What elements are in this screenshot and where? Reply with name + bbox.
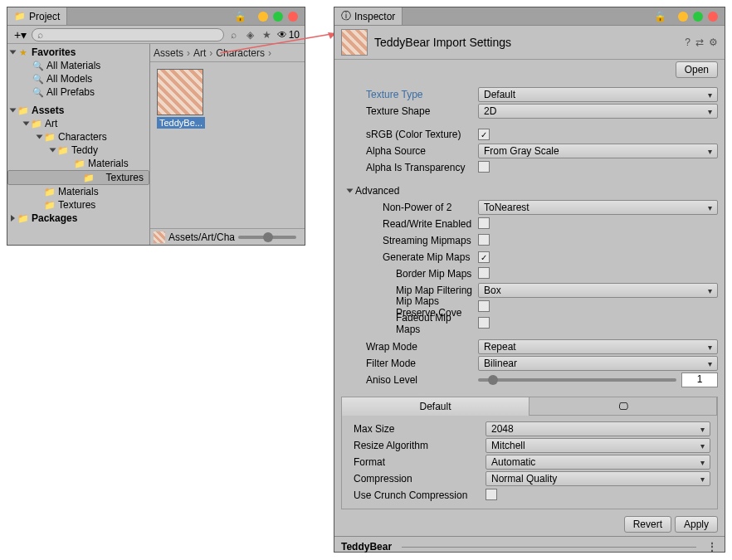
bc-art[interactable]: Art bbox=[193, 47, 206, 59]
window-maximize-icon[interactable] bbox=[273, 12, 283, 22]
teddy-textures[interactable]: 📁Textures bbox=[7, 170, 149, 185]
crunch-label: Use Crunch Compression bbox=[349, 489, 486, 501]
help-icon[interactable]: ? bbox=[685, 37, 691, 48]
advanced-label: Advanced bbox=[355, 185, 399, 197]
texture-shape-select[interactable]: 2D▾ bbox=[478, 104, 718, 119]
assets-textures[interactable]: 📁Textures bbox=[7, 198, 149, 212]
apply-row: Revert Apply bbox=[334, 513, 725, 536]
genmip-checkbox[interactable] bbox=[478, 251, 490, 263]
npot-select[interactable]: ToNearest▾ bbox=[478, 200, 718, 215]
thumb-label: TeddyBe... bbox=[157, 117, 205, 129]
preset-icon[interactable]: ⇄ bbox=[695, 37, 704, 48]
platform-tab-standalone[interactable]: 🖵 bbox=[529, 397, 717, 416]
window-close-icon[interactable] bbox=[708, 12, 718, 22]
window-dots bbox=[251, 7, 305, 25]
visible-toggle[interactable]: 👁 10 bbox=[277, 29, 300, 41]
format-select[interactable]: Automatic▾ bbox=[486, 455, 710, 470]
wrap-label: Wrap Mode bbox=[341, 341, 478, 353]
lock-icon[interactable]: 🔒 bbox=[654, 11, 666, 22]
mipfilter-select[interactable]: Box▾ bbox=[478, 283, 718, 298]
maxsize-select[interactable]: 2048▾ bbox=[486, 421, 710, 436]
create-button[interactable]: +▾ bbox=[12, 29, 28, 41]
resize-select[interactable]: Mitchell▾ bbox=[486, 438, 710, 453]
monitor-icon: 🖵 bbox=[618, 401, 628, 412]
open-button[interactable]: Open bbox=[676, 61, 718, 78]
assets-materials[interactable]: 📁Materials bbox=[7, 185, 149, 198]
texture-thumbnail-icon bbox=[154, 231, 165, 243]
stream-label: Streaming Mipmaps bbox=[341, 235, 478, 246]
revert-button[interactable]: Revert bbox=[624, 516, 671, 533]
texture-shape-label: Texture Shape bbox=[341, 105, 478, 117]
favorites-node[interactable]: ★Favorites bbox=[7, 46, 149, 59]
assets-label: Assets bbox=[32, 105, 64, 116]
texture-fields: Texture TypeDefault▾ Texture Shape2D▾ sR… bbox=[334, 83, 725, 392]
format-label: Format bbox=[349, 456, 486, 468]
folder-icon: 📁 bbox=[74, 158, 85, 169]
gear-icon[interactable]: ⚙ bbox=[709, 37, 718, 48]
tree-label: Textures bbox=[58, 199, 95, 211]
tree-label: Art bbox=[45, 118, 57, 129]
mippreserve-checkbox[interactable] bbox=[478, 300, 490, 312]
aniso-label: Aniso Level bbox=[341, 374, 478, 386]
plat-default-label: Default bbox=[419, 401, 451, 412]
art-node[interactable]: 📁Art bbox=[7, 117, 149, 130]
rw-checkbox[interactable] bbox=[478, 217, 490, 229]
texture-type-select[interactable]: Default▾ bbox=[478, 87, 718, 102]
chevron-down-icon: ▾ bbox=[700, 425, 705, 434]
bc-characters[interactable]: Characters bbox=[216, 47, 265, 59]
project-tab[interactable]: 📁 Project bbox=[7, 7, 67, 25]
fav-item-label: All Materials bbox=[46, 60, 100, 71]
aniso-value[interactable]: 1 bbox=[681, 373, 718, 387]
compression-select[interactable]: Normal Quality▾ bbox=[486, 471, 710, 486]
fav-materials[interactable]: 🔍All Materials bbox=[7, 59, 149, 72]
search-icon: 🔍 bbox=[32, 74, 44, 85]
bordermip-checkbox[interactable] bbox=[478, 267, 490, 279]
window-close-icon[interactable] bbox=[288, 12, 298, 22]
packages-node[interactable]: 📁Packages bbox=[7, 212, 149, 225]
tree-label: Materials bbox=[58, 186, 99, 197]
filter-icon[interactable]: ⌕ bbox=[227, 29, 241, 41]
assets-node[interactable]: 📁Assets bbox=[7, 104, 149, 117]
npot-label: Non-Power of 2 bbox=[341, 202, 478, 213]
search-input[interactable] bbox=[32, 28, 223, 41]
alpha-trans-checkbox[interactable] bbox=[478, 161, 490, 173]
lock-icon[interactable]: 🔒 bbox=[234, 11, 246, 22]
apply-button[interactable]: Apply bbox=[675, 516, 718, 533]
label-icon[interactable]: ◈ bbox=[244, 29, 257, 41]
teddy-node[interactable]: 📁Teddy bbox=[7, 144, 149, 157]
thumb-size-slider[interactable] bbox=[238, 236, 296, 239]
crunch-checkbox[interactable] bbox=[486, 489, 497, 500]
filter-select[interactable]: Bilinear▾ bbox=[478, 356, 718, 371]
stream-checkbox[interactable] bbox=[478, 234, 490, 246]
breadcrumb: Assets› Art› Characters› bbox=[150, 44, 305, 62]
alpha-source-select[interactable]: From Gray Scale▾ bbox=[478, 144, 718, 158]
characters-node[interactable]: 📁Characters bbox=[7, 130, 149, 144]
chevron-down-icon: ▾ bbox=[708, 90, 712, 100]
platform-tab-default[interactable]: Default bbox=[342, 397, 529, 416]
aniso-slider[interactable] bbox=[478, 378, 676, 382]
fav-prefabs[interactable]: 🔍All Prefabs bbox=[7, 85, 149, 99]
eye-icon: 👁 bbox=[277, 29, 287, 41]
bc-assets[interactable]: Assets bbox=[154, 47, 183, 59]
fadeout-checkbox[interactable] bbox=[478, 317, 490, 329]
window-minimize-icon[interactable] bbox=[258, 12, 268, 22]
asset-thumb[interactable]: TeddyBe... bbox=[157, 69, 205, 129]
window-minimize-icon[interactable] bbox=[678, 12, 688, 22]
srgb-checkbox[interactable] bbox=[478, 129, 490, 140]
wrap-select[interactable]: Repeat▾ bbox=[478, 339, 718, 354]
kebab-icon[interactable]: ⋮ bbox=[706, 540, 718, 553]
folder-icon: 📁 bbox=[17, 213, 29, 224]
inspector-tab[interactable]: ⓘ Inspector bbox=[334, 7, 403, 25]
tree-label: Textures bbox=[106, 172, 144, 183]
advanced-section[interactable]: Advanced bbox=[341, 183, 718, 199]
window-maximize-icon[interactable] bbox=[693, 12, 703, 22]
project-tabbar: 📁 Project 🔒 bbox=[7, 7, 305, 26]
chevron-down-icon: ▾ bbox=[708, 343, 712, 352]
star-icon[interactable]: ★ bbox=[261, 29, 274, 41]
teddy-materials[interactable]: 📁Materials bbox=[7, 157, 149, 170]
chevron-right-icon: › bbox=[187, 47, 190, 59]
maxsize-label: Max Size bbox=[349, 423, 486, 435]
preview-header[interactable]: TeddyBear ⋮ bbox=[334, 536, 725, 557]
chevron-right-icon: › bbox=[209, 47, 212, 59]
fav-models[interactable]: 🔍All Models bbox=[7, 72, 149, 85]
